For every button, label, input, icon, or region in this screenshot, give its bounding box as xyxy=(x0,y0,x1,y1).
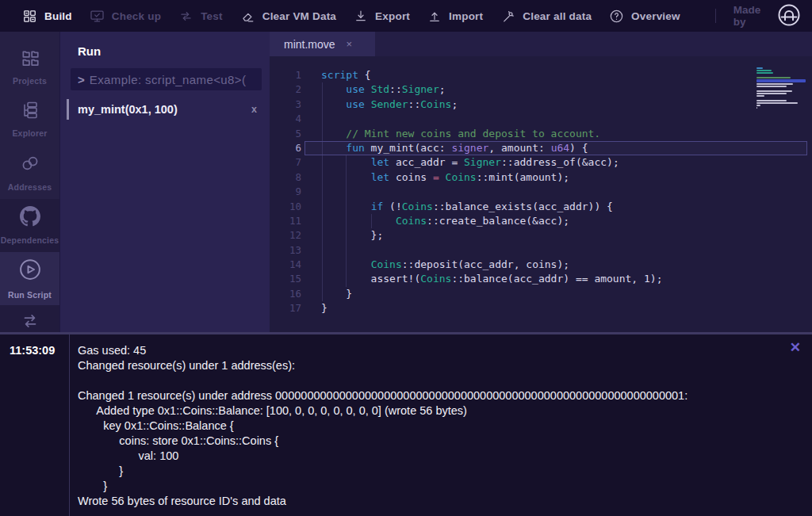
code-line-text: fun my_mint(acc: signer, amount: u64) { xyxy=(301,141,588,155)
minimap-line xyxy=(756,107,757,109)
topbar-item-build[interactable]: Build xyxy=(22,9,72,24)
minimap-line xyxy=(756,105,760,106)
console-line: Changed 1 resource(s) under address 0000… xyxy=(78,388,688,403)
code-line-text: let acc_addr = Signer::address_of(&acc); xyxy=(301,155,619,170)
minimap-line xyxy=(756,79,806,82)
sidebar-item-label: Explorer xyxy=(12,128,47,138)
pontem-logo-icon[interactable] xyxy=(777,3,801,29)
topbar-item-clear-all-data[interactable]: Clear all data xyxy=(500,9,592,24)
code-line-text xyxy=(301,185,321,199)
topbar-item-label: Check up xyxy=(112,10,161,22)
minimap-line xyxy=(756,72,773,74)
code-line-12[interactable]: 12 }; xyxy=(270,228,812,243)
sidebar-item-projects[interactable]: Projects xyxy=(0,40,59,93)
play-icon xyxy=(18,258,42,285)
topbar-item-label: Export xyxy=(375,10,410,22)
topbar-item-label: Overview xyxy=(631,10,680,22)
code-line-9[interactable]: 9 xyxy=(270,185,812,199)
run-panel-title: Run xyxy=(60,32,270,58)
run-history-item-close-icon[interactable]: x xyxy=(251,104,257,115)
sidebar-item-label: Dependencies xyxy=(1,235,59,245)
addresses-icon xyxy=(20,153,40,177)
minimap-line xyxy=(756,70,772,71)
minimap[interactable] xyxy=(756,67,806,109)
code-area[interactable]: 1script {2 use Std::Signer;3 use Sender:… xyxy=(270,56,812,332)
code-line-7[interactable]: 7 let acc_addr = Signer::address_of(&acc… xyxy=(270,155,812,170)
minimap-line xyxy=(756,90,792,92)
code-line-4[interactable]: 4 xyxy=(270,112,812,126)
code-line-10[interactable]: 10 if (!Coins::balance_exists(acc_addr))… xyxy=(270,200,812,214)
minimap-line xyxy=(756,77,791,78)
topbar-item-test[interactable]: Test xyxy=(178,9,223,24)
console-line: coins: store 0x1::Coins::Coins { xyxy=(78,434,688,449)
topbar-item-overview[interactable]: Overview xyxy=(609,9,680,24)
topbar-item-label: Test xyxy=(201,10,223,22)
tab-label: mint.move xyxy=(284,38,335,51)
console-line: Added type 0x1::Coins::Balance: [100, 0,… xyxy=(78,403,688,419)
code-line-text: } xyxy=(301,287,352,301)
code-line-17[interactable]: 17} xyxy=(270,301,812,315)
topbar-item-check-up[interactable]: Check up xyxy=(90,9,161,24)
topbar-item-clear-vm-data[interactable]: Clear VM Data xyxy=(240,9,336,24)
eraser-icon xyxy=(240,9,255,24)
line-number: 12 xyxy=(270,228,301,243)
sidebar-item-label: Addresses xyxy=(8,182,52,192)
line-number: 7 xyxy=(270,155,301,170)
github-icon xyxy=(20,206,40,230)
line-number: 1 xyxy=(270,68,301,82)
console-close-icon[interactable]: ✕ xyxy=(790,341,801,354)
made-by-label: Made by xyxy=(733,4,769,28)
tab-close-icon[interactable]: × xyxy=(347,38,353,50)
script-input[interactable] xyxy=(90,73,257,86)
code-line-2[interactable]: 2 use Std::Signer; xyxy=(270,82,812,97)
console-line: } xyxy=(78,464,688,479)
line-number: 14 xyxy=(270,258,301,272)
sidebar-item-dependencies[interactable]: Dependencies xyxy=(0,199,59,252)
checkup-icon xyxy=(90,9,105,24)
editor-tabbar: mint.move × xyxy=(270,32,812,56)
code-line-text: script { xyxy=(301,68,371,82)
line-number: 2 xyxy=(270,82,301,97)
line-number: 10 xyxy=(270,200,301,214)
console-log: Gas used: 45Changed resource(s) under 1 … xyxy=(70,334,719,516)
download-icon xyxy=(354,9,368,23)
sidebar-item-label: Projects xyxy=(13,76,47,86)
code-line-8[interactable]: 8 let coins = Coins::mint(amount); xyxy=(270,170,812,185)
topbar-item-import[interactable]: Import xyxy=(427,9,483,23)
topbar-item-label: Import xyxy=(449,10,483,22)
minimap-line xyxy=(756,67,763,69)
code-line-1[interactable]: 1script { xyxy=(270,68,812,82)
sidebar-item-addresses[interactable]: Addresses xyxy=(0,146,59,199)
code-line-13[interactable]: 13 xyxy=(270,243,812,258)
code-line-5[interactable]: 5 // Mint new coins and deposit to accou… xyxy=(270,127,812,141)
run-history-item[interactable]: my_mint(0x1, 100)x xyxy=(60,98,270,120)
test-icon xyxy=(178,9,193,24)
code-line-text: }; xyxy=(301,228,383,243)
sidebar-item-explorer[interactable]: Explorer xyxy=(0,93,59,146)
code-line-6[interactable]: 6 fun my_mint(acc: signer, amount: u64) … xyxy=(270,141,812,155)
code-editor: mint.move × 1script {2 use Std::Signer;3… xyxy=(270,32,812,332)
minimap-line xyxy=(756,86,787,87)
code-line-14[interactable]: 14 Coins::deposit(acc_addr, coins); xyxy=(270,258,812,272)
code-line-11[interactable]: 11 Coins::create_balance(&acc); xyxy=(270,214,812,228)
script-input-box[interactable]: > xyxy=(71,68,262,90)
code-line-text xyxy=(301,112,321,126)
minimap-line xyxy=(756,102,798,104)
code-line-16[interactable]: 16 } xyxy=(270,287,812,301)
code-line-text: use Sender::Coins; xyxy=(301,97,458,112)
tab-mint-move[interactable]: mint.move × xyxy=(270,32,375,56)
code-line-15[interactable]: 15 assert!(Coins::balance(acc_addr) == a… xyxy=(270,272,812,286)
upload-icon xyxy=(427,9,442,23)
code-line-text xyxy=(301,243,321,258)
console-line: } xyxy=(78,479,688,494)
made-by[interactable]: Made by xyxy=(733,3,801,29)
minimap-line xyxy=(756,83,793,85)
question-icon xyxy=(609,9,624,24)
line-number: 6 xyxy=(270,141,301,155)
console-line: Gas used: 45 xyxy=(78,343,688,358)
code-line-text: } xyxy=(301,301,327,315)
run-panel: Run > my_mint(0x1, 100)x xyxy=(59,32,270,332)
code-line-3[interactable]: 3 use Sender::Coins; xyxy=(270,97,812,112)
sidebar-item-run-script[interactable]: Run Script xyxy=(0,252,59,305)
topbar-item-export[interactable]: Export xyxy=(354,9,410,23)
